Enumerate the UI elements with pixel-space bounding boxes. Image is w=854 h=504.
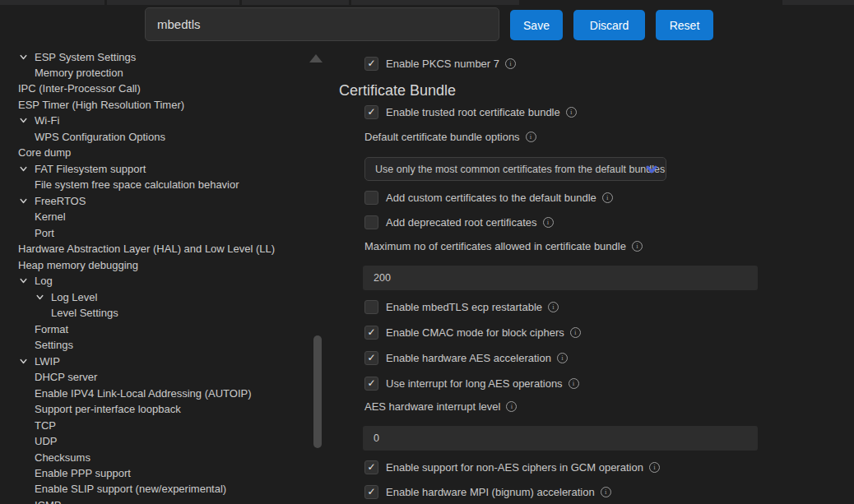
scroll-up-arrow-icon[interactable]	[309, 54, 323, 62]
checkbox-label: Use interrupt for long AES operations	[386, 377, 563, 390]
tree-item-label: Hardware Abstraction Layer (HAL) and Low…	[18, 243, 275, 255]
tree-item-label: Enable PPP support	[35, 467, 131, 479]
tree-item-heap-memory-debugging[interactable]: Heap memory debugging	[0, 257, 311, 273]
chevron-down-icon[interactable]	[18, 196, 28, 206]
checkbox-label: Enable PKCS number 7	[386, 58, 499, 70]
tree-item-enable-ppp-support[interactable]: Enable PPP support	[0, 465, 311, 481]
chevron-down-icon[interactable]	[18, 116, 28, 126]
tree-item-label: Settings	[35, 339, 73, 351]
checkbox-row-add-custom-certificates-to-the-default-bundle[interactable]: Add custom certificates to the default b…	[364, 190, 854, 205]
reset-button[interactable]: Reset	[656, 10, 713, 40]
tree-item-ipc-inter-processor-call[interactable]: IPC (Inter-Processor Call)	[0, 81, 311, 97]
info-icon[interactable]: i	[557, 353, 568, 363]
value-input[interactable]	[363, 266, 758, 290]
tree-item-checksums[interactable]: Checksums	[0, 449, 311, 465]
checkbox-checked-icon[interactable]: ✓	[364, 351, 378, 365]
tree-item-label: IPC (Inter-Processor Call)	[18, 82, 141, 95]
checkbox-row-enable-pkcs-number-7[interactable]: ✓Enable PKCS number 7i	[364, 56, 854, 71]
value-input[interactable]	[363, 426, 758, 451]
tree-item-tcp[interactable]: TCP	[0, 417, 311, 433]
checkbox-unchecked-icon[interactable]	[364, 215, 378, 229]
discard-button[interactable]: Discard	[573, 10, 645, 40]
chevron-down-icon	[646, 164, 657, 178]
checkbox-checked-icon[interactable]: ✓	[364, 377, 378, 391]
tree-item-enable-slip-support-new-experimental[interactable]: Enable SLIP support (new/experimental)	[0, 481, 311, 497]
checkbox-unchecked-icon[interactable]	[364, 191, 378, 205]
checkbox-label: Enable hardware AES acceleration	[386, 352, 551, 364]
tree-item-level-settings[interactable]: Level Settings	[0, 305, 311, 321]
tree-item-label: DHCP server	[35, 371, 97, 383]
tree-item-udp[interactable]: UDP	[0, 433, 311, 450]
search-input[interactable]	[145, 7, 499, 41]
checkbox-checked-icon[interactable]: ✓	[364, 57, 378, 71]
tree-item-label: FAT Filesystem support	[35, 163, 146, 175]
tree-item-fat-filesystem-support[interactable]: FAT Filesystem support	[0, 160, 311, 177]
tree-item-log-level[interactable]: Log Level	[0, 289, 311, 305]
chevron-down-icon[interactable]	[18, 164, 28, 173]
info-icon[interactable]: i	[570, 327, 581, 338]
tree-item-log[interactable]: Log	[0, 273, 311, 289]
select-use-only-the-most-common-certificates-fr[interactable]: Use only the most common certificates fr…	[364, 157, 666, 181]
tree-item-label: Support per-interface loopback	[35, 403, 181, 415]
checkbox-row-enable-hardware-mpi-bignum-acceleration[interactable]: ✓Enable hardware MPI (bignum) accelerati…	[364, 484, 854, 499]
checkbox-row-enable-support-for-non-aes-ciphers-in-gcm-operation[interactable]: ✓Enable support for non-AES ciphers in G…	[364, 460, 854, 474]
chevron-down-icon[interactable]	[35, 292, 44, 302]
tree-item-file-system-free-space-calculation-behavior[interactable]: File system free space calculation behav…	[0, 177, 311, 193]
chevron-down-icon[interactable]	[18, 276, 28, 286]
tree-item-kernel[interactable]: Kernel	[0, 209, 311, 225]
checkbox-row-add-deprecated-root-certificates[interactable]: Add deprecated root certificatesi	[364, 215, 854, 229]
info-icon[interactable]: i	[601, 487, 611, 497]
info-icon[interactable]: i	[566, 107, 577, 118]
info-icon[interactable]: i	[569, 378, 579, 389]
checkbox-checked-icon[interactable]: ✓	[364, 105, 378, 119]
tree-item-label: Memory protection	[35, 67, 123, 79]
checkbox-row-use-interrupt-for-long-aes-operations[interactable]: ✓Use interrupt for long AES operationsi	[364, 376, 854, 391]
tree-item-dhcp-server[interactable]: DHCP server	[0, 369, 311, 386]
info-icon[interactable]: i	[505, 58, 516, 69]
checkbox-label: Enable CMAC mode for block ciphers	[386, 326, 564, 339]
tree-item-format[interactable]: Format	[0, 321, 311, 337]
tree-item-wi-fi[interactable]: Wi-Fi	[0, 113, 311, 129]
tree-item-settings[interactable]: Settings	[0, 337, 311, 354]
save-button[interactable]: Save	[510, 10, 563, 40]
tree-item-label: Log Level	[51, 291, 97, 303]
tree-item-label: Kernel	[35, 210, 66, 223]
checkbox-row-enable-cmac-mode-for-block-ciphers[interactable]: ✓Enable CMAC mode for block ciphersi	[364, 325, 854, 340]
checkbox-checked-icon[interactable]: ✓	[364, 326, 378, 340]
info-icon[interactable]: i	[543, 217, 554, 228]
select-value: Use only the most common certificates fr…	[375, 164, 665, 175]
tree-item-icmp[interactable]: ICMP	[0, 497, 311, 504]
tree-item-wps-configuration-options[interactable]: WPS Configuration Options	[0, 128, 311, 145]
tree-item-esp-timer-high-resolution-timer[interactable]: ESP Timer (High Resolution Timer)	[0, 96, 311, 113]
chevron-down-icon[interactable]	[18, 356, 28, 366]
info-icon[interactable]: i	[632, 241, 643, 252]
checkbox-checked-icon[interactable]: ✓	[364, 485, 378, 499]
info-icon[interactable]: i	[548, 302, 559, 312]
tree-item-port[interactable]: Port	[0, 224, 311, 241]
checkbox-label: Enable hardware MPI (bignum) acceleratio…	[386, 486, 595, 498]
tree-item-label: WPS Configuration Options	[35, 131, 165, 143]
tree-item-lwip[interactable]: LWIP	[0, 353, 311, 369]
tree-item-label: Core dump	[18, 146, 71, 159]
checkbox-checked-icon[interactable]: ✓	[364, 460, 378, 474]
scrollbar-thumb[interactable]	[313, 335, 322, 448]
tree-item-enable-ipv4-link-local-addressing-autoip[interactable]: Enable IPV4 Link-Local Addressing (AUTOI…	[0, 385, 311, 401]
info-icon[interactable]: i	[649, 462, 660, 473]
tree-item-freertos[interactable]: FreeRTOS	[0, 192, 311, 209]
section-heading-certificate-bundle: Certificate Bundle	[339, 81, 854, 99]
checkbox-row-enable-hardware-aes-acceleration[interactable]: ✓Enable hardware AES accelerationi	[364, 350, 854, 365]
checkbox-unchecked-icon[interactable]	[364, 300, 378, 314]
info-icon[interactable]: i	[526, 132, 536, 142]
tree-item-esp-system-settings[interactable]: ESP System Settings	[0, 49, 311, 65]
tree-item-memory-protection[interactable]: Memory protection	[0, 64, 311, 81]
checkbox-row-enable-trusted-root-certificate-bundle[interactable]: ✓Enable trusted root certificate bundlei	[364, 104, 854, 119]
info-icon[interactable]: i	[602, 192, 613, 203]
chevron-down-icon[interactable]	[18, 52, 28, 62]
tree-item-hardware-abstraction-layer-hal-and-low-level-ll[interactable]: Hardware Abstraction Layer (HAL) and Low…	[0, 241, 311, 257]
info-icon[interactable]: i	[506, 401, 517, 412]
checkbox-row-enable-mbedtls-ecp-restartable[interactable]: Enable mbedTLS ecp restartablei	[364, 299, 854, 314]
tree-item-label: Port	[35, 227, 54, 239]
tree-item-label: Checksums	[35, 451, 91, 464]
tree-item-core-dump[interactable]: Core dump	[0, 145, 311, 161]
tree-item-support-per-interface-loopback[interactable]: Support per-interface loopback	[0, 401, 311, 418]
